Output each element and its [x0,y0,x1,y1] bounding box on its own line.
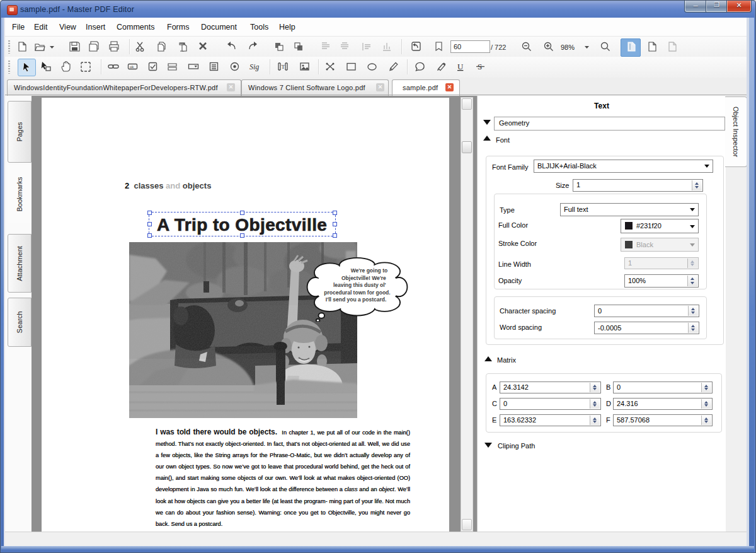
svg-text:leaving this dusty ol': leaving this dusty ol' [333,282,386,288]
svg-text:U: U [457,62,464,71]
svg-text:ok: ok [130,65,134,69]
svg-text:Objectville! We're: Objectville! We're [341,275,386,281]
svg-text:T: T [282,64,285,70]
svg-text:We're going to: We're going to [351,267,388,274]
svg-text:I'll send you a postcard.: I'll send you a postcard. [326,296,387,303]
svg-text:procedural town for good.: procedural town for good. [324,289,390,296]
svg-text:Sig: Sig [249,62,259,71]
